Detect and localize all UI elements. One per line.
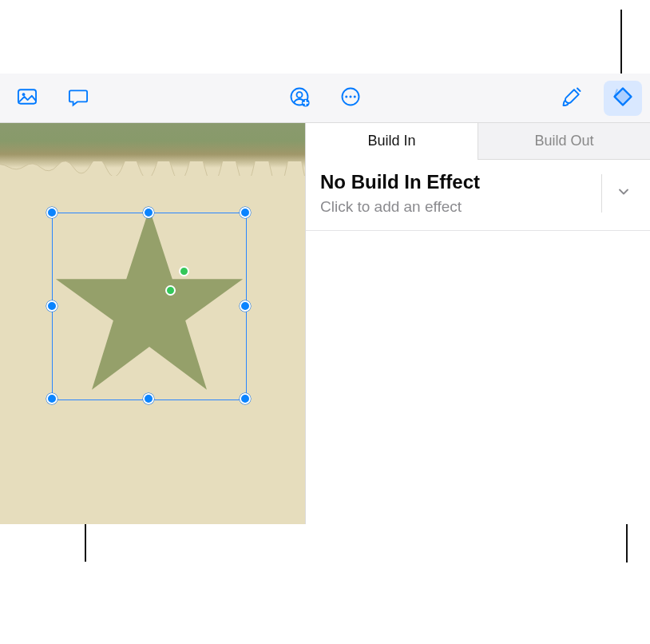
resize-handle-nw[interactable]: [46, 207, 57, 218]
resize-handle-se[interactable]: [240, 393, 251, 404]
ellipsis-circle-icon: [339, 85, 362, 111]
person-plus-icon: [288, 85, 311, 111]
effect-text: No Build In Effect Click to add an effec…: [320, 171, 592, 216]
effect-title: No Build In Effect: [320, 171, 592, 193]
effect-disclosure[interactable]: [612, 184, 636, 203]
tab-build-out[interactable]: Build Out: [478, 123, 650, 159]
chevron-down-icon: [616, 184, 632, 203]
resize-handle-n[interactable]: [143, 207, 154, 218]
effect-picker[interactable]: No Build In Effect Click to add an effec…: [306, 160, 650, 231]
animate-icon: [612, 85, 634, 111]
paintbrush-icon: [561, 85, 583, 111]
comment-button[interactable]: [59, 81, 97, 116]
content-area: Build In Build Out No Build In Effect Cl…: [0, 123, 650, 524]
more-button[interactable]: [331, 81, 370, 116]
svg-point-7: [349, 95, 351, 97]
comment-icon: [67, 85, 89, 111]
build-tabs: Build In Build Out: [306, 123, 650, 160]
media-button[interactable]: [8, 81, 46, 116]
tab-build-in[interactable]: Build In: [306, 123, 478, 159]
resize-handle-s[interactable]: [143, 393, 154, 404]
tab-label: Build Out: [534, 133, 593, 149]
format-button[interactable]: [553, 81, 591, 116]
tab-label: Build In: [367, 133, 415, 149]
shape-point-handle-outer[interactable]: [179, 266, 189, 276]
toolbar: [0, 74, 650, 123]
animate-inspector: Build In Build Out No Build In Effect Cl…: [305, 123, 650, 524]
callout-line-top: [620, 10, 622, 74]
resize-handle-e[interactable]: [240, 300, 251, 312]
svg-point-3: [297, 92, 303, 97]
svg-point-8: [354, 95, 356, 97]
animate-button[interactable]: [604, 81, 642, 116]
resize-handle-ne[interactable]: [240, 207, 251, 218]
collaborate-button[interactable]: [280, 81, 319, 116]
app-frame: Build In Build Out No Build In Effect Cl…: [0, 74, 650, 644]
effect-subtitle: Click to add an effect: [320, 198, 592, 216]
svg-point-1: [22, 93, 26, 96]
torn-paper-edge: [0, 161, 305, 176]
shape-point-handle-inner[interactable]: [165, 285, 176, 296]
image-icon: [16, 85, 38, 111]
divider: [601, 174, 602, 213]
slide-canvas[interactable]: [0, 123, 305, 524]
resize-handle-sw[interactable]: [46, 393, 57, 404]
resize-handle-w[interactable]: [46, 300, 57, 312]
svg-point-6: [345, 95, 347, 97]
selection-box[interactable]: [52, 213, 247, 400]
